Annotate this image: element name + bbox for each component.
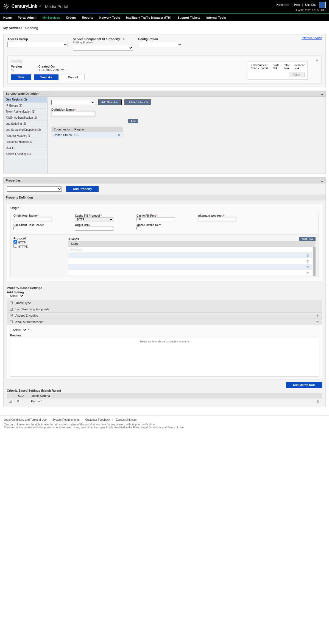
footer-legal[interactable]: Legal Conditions and Terms of Use — [4, 418, 46, 421]
signout-link[interactable]: Sign Out — [305, 3, 316, 6]
collapse-icon[interactable]: − — [321, 179, 323, 183]
nav-internal[interactable]: Internal Tools — [206, 16, 226, 19]
trash-icon[interactable]: 🗑 — [305, 254, 311, 257]
logo: CenturyLink® Media Portal — [3, 3, 68, 9]
definition-name-input[interactable] — [51, 111, 95, 116]
help-link[interactable]: Help — [294, 3, 300, 6]
footer-sysreq[interactable]: System Requirements — [52, 418, 79, 421]
trash-icon[interactable]: 🗑 — [305, 271, 311, 274]
collapse-icon[interactable]: − — [10, 320, 13, 323]
scid-select[interactable] — [73, 45, 133, 51]
trash-icon[interactable]: 🗑 — [118, 133, 121, 136]
tab-lua-scripting[interactable]: Lua Scripting (2) — [4, 121, 47, 127]
cancel-button[interactable]: Cancel — [61, 74, 85, 80]
add-setting-label: Add Setting — [7, 291, 322, 294]
nav-portal-admin[interactable]: Portal Admin — [18, 16, 37, 19]
tab-log-streaming[interactable]: Log Streaming Endpoints (2) — [4, 127, 47, 133]
created-label: Created On — [38, 65, 64, 68]
aws-auth-select[interactable]: - Select - — [10, 328, 27, 332]
tab-geo-regions[interactable]: Geo Regions (2) — [4, 97, 47, 103]
nav-my-services[interactable]: My Services — [43, 16, 60, 19]
svg-line-8 — [7, 4, 9, 5]
property-select[interactable] — [7, 186, 62, 192]
add-setting-select[interactable]: - Select - — [7, 294, 24, 298]
save-button[interactable]: Save — [11, 74, 31, 80]
tab-request-headers[interactable]: Request Headers (1) — [4, 133, 47, 139]
trash-icon[interactable]: 🗑 — [316, 314, 319, 317]
delete-definition-button[interactable]: Delete Definition — [124, 99, 151, 105]
tab-accept-encoding[interactable]: Accept-Encoding (1) — [4, 151, 47, 157]
ignore-invalid-cert-checkbox[interactable] — [136, 227, 140, 230]
config-select[interactable] — [138, 42, 182, 47]
preview-label: Preview — [10, 334, 319, 337]
tab-ip-groups[interactable]: IP Groups (1) — [4, 103, 47, 109]
expand-icon[interactable]: + — [9, 400, 12, 403]
version-value: 40 — [11, 68, 22, 71]
setting-row-log-streaming[interactable]: +Log Streaming Endpoints — [7, 306, 322, 313]
properties-header[interactable]: Properties — — — — — — — — − — [3, 177, 326, 183]
cache-fill-port-input[interactable] — [136, 217, 175, 221]
slot-value: N/A — [284, 67, 289, 70]
tab-response-headers[interactable]: Response Headers (1) — [4, 139, 47, 145]
timestamp: Jun 12, 2020 02:05 GMT — [277, 9, 326, 12]
origin-host-name-input[interactable] — [13, 217, 52, 221]
setting-row-aws-auth[interactable]: −AWS Authentification🗑 — [7, 319, 322, 325]
nav-orders[interactable]: Orders — [66, 16, 76, 19]
footer-feedback[interactable]: Customer Feedback — [85, 418, 110, 421]
swd-body: Geo Regions (2) IP Groups (1) Token Auth… — [3, 97, 326, 174]
config-label: Configuration — [138, 37, 182, 41]
tab-token-auth[interactable]: Token Authentication (1) — [4, 109, 47, 115]
property-based-settings-header: Property-Based Settings — [7, 286, 322, 289]
alias-column-header: Alias — [68, 241, 316, 247]
swd-header[interactable]: Service-Wide Definition — — — − — [3, 91, 326, 97]
alternate-web-root-input[interactable] — [198, 217, 236, 221]
add-row-button[interactable]: Add Row — [299, 237, 316, 241]
origin-header: Origin — [10, 206, 319, 210]
definition-select[interactable] — [51, 100, 95, 105]
centurylink-logo-icon — [3, 3, 9, 9]
aliases-label: Aliases — [68, 237, 79, 241]
properties-header-label: Properties — [6, 179, 21, 182]
save-as-button[interactable]: Save As — [34, 74, 58, 80]
alias-row: (Primary) — [68, 247, 312, 253]
expand-icon[interactable]: + — [10, 308, 13, 311]
svg-line-5 — [4, 4, 5, 5]
nav-reports[interactable]: Reports — [82, 16, 93, 19]
adjust-button[interactable]: Adjust — [289, 72, 305, 77]
state-label: State — [273, 64, 279, 67]
internal-search-link[interactable]: Internal Search — [302, 36, 322, 40]
footer: Legal Conditions and Terms of Use| Syste… — [0, 415, 329, 432]
setting-row-traffic-type[interactable]: +Traffic Type — [7, 300, 322, 306]
username: User — [283, 3, 289, 6]
tab-aws4-auth[interactable]: AWS4 Authentification (1) — [4, 115, 47, 121]
trash-icon[interactable]: 🗑 — [305, 265, 311, 269]
nav-network-tools[interactable]: Network Tools — [99, 16, 120, 19]
setting-row-accept-encoding[interactable]: +Accept-Encoding🗑 — [7, 313, 322, 319]
collapse-icon[interactable]: − — [321, 92, 323, 97]
add-button[interactable]: Add — [128, 119, 138, 123]
use-client-host-header-checkbox[interactable] — [13, 227, 17, 230]
trash-icon[interactable]: 🗑 — [316, 400, 319, 403]
expand-icon[interactable]: + — [10, 314, 13, 317]
trash-icon[interactable]: 🗑 — [305, 260, 311, 263]
tab-dct[interactable]: DCT (1) — [4, 145, 47, 151]
nav-home[interactable]: Home — [3, 16, 12, 19]
nav-tickets[interactable]: Support Tickets — [177, 16, 200, 19]
svg-point-0 — [5, 5, 7, 7]
country-value: United States - US — [54, 133, 79, 136]
nav-itm[interactable]: Intelligent Traffic Manager (ITM) — [126, 16, 172, 19]
swd-sidebar: Geo Regions (2) IP Groups (1) Token Auth… — [4, 97, 48, 173]
add-definition-button[interactable]: Add Definition — [98, 99, 122, 105]
add-property-button[interactable]: Add Property — [66, 186, 99, 192]
https-checkbox[interactable] — [13, 244, 17, 248]
scrollbar[interactable] — [313, 247, 316, 276]
http-checkbox[interactable] — [13, 240, 17, 244]
expand-icon[interactable]: + — [10, 302, 13, 304]
origin-dns-input[interactable] — [75, 227, 113, 231]
footer-cl[interactable]: CenturyLink.com — [116, 418, 136, 421]
add-match-rule-button[interactable]: Add Match Rule — [286, 382, 322, 388]
access-group-select[interactable] — [7, 42, 68, 47]
alias-row: 🗑 — [68, 258, 312, 264]
trash-icon[interactable]: 🗑 — [316, 320, 319, 324]
cache-fill-protocol-select[interactable]: HTTP — [75, 217, 113, 222]
